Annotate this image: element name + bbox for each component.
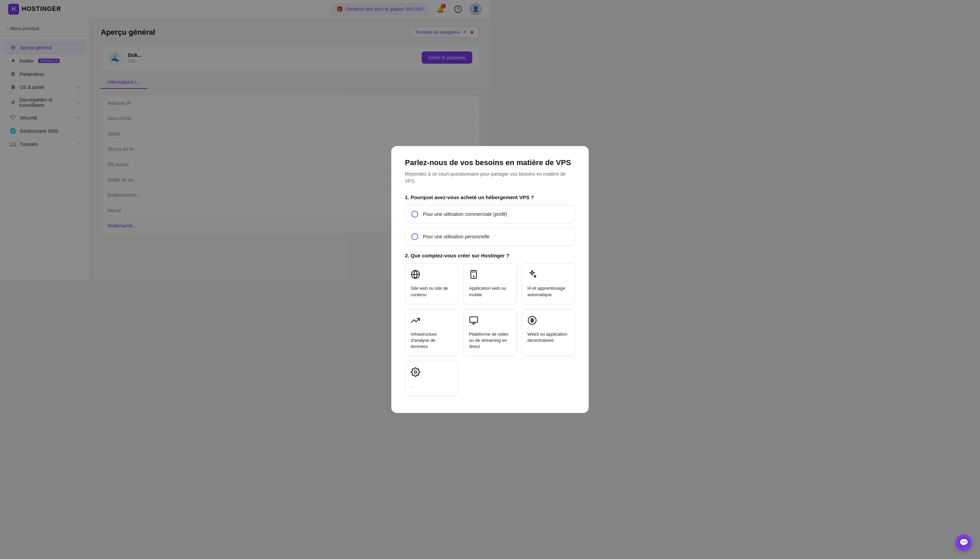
svg-point-3: [474, 276, 474, 277]
mobile-icon: [469, 270, 490, 280]
radio-label-personal: Pour une utilisation personnelle: [423, 234, 489, 239]
option-card-website[interactable]: Site web ou site de contenu: [405, 263, 459, 280]
question-2-label: 2. Que comptez-vous créer sur Hostinger …: [405, 253, 490, 258]
radio-label-commercial: Pour une utilisation commerciale (profit…: [423, 212, 490, 217]
radio-personal[interactable]: Pour une utilisation personnelle: [405, 227, 490, 246]
option-card-grid-row1: Site web ou site de contenu Application …: [405, 263, 490, 280]
modal-subtitle: Répondez à ce court questionnaire pour p…: [405, 170, 490, 185]
svg-rect-2: [471, 271, 477, 278]
modal-overlay[interactable]: Parlez-nous de vos besoins en matière de…: [0, 0, 490, 280]
modal-dialog: Parlez-nous de vos besoins en matière de…: [391, 146, 490, 280]
radio-circle-commercial: [411, 211, 418, 218]
question-1-label: 1. Pourquoi avez-vous acheté un hébergem…: [405, 194, 490, 200]
radio-commercial[interactable]: Pour une utilisation commerciale (profit…: [405, 205, 490, 223]
globe-icon: [411, 270, 452, 280]
option-card-webapp[interactable]: Application web ou mobile: [463, 263, 490, 280]
modal-title: Parlez-nous de vos besoins en matière de…: [405, 158, 490, 167]
radio-circle-personal: [411, 233, 418, 240]
